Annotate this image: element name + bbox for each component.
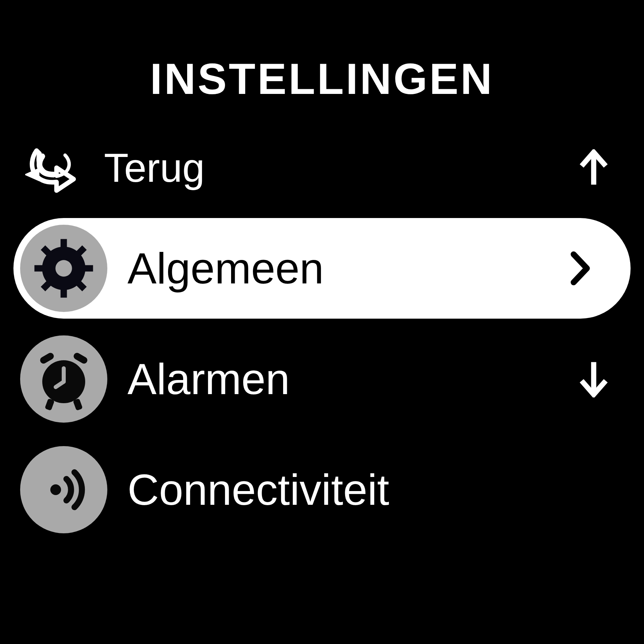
chevron-right-icon: [560, 250, 600, 287]
svg-rect-4: [61, 286, 67, 298]
scroll-up-icon[interactable]: [574, 149, 614, 186]
svg-rect-5: [35, 265, 46, 272]
svg-rect-14: [39, 352, 55, 365]
back-arrow-icon: [20, 134, 87, 201]
menu-item-label: Algemeen: [127, 243, 560, 293]
svg-point-21: [50, 484, 61, 495]
svg-rect-6: [82, 265, 93, 272]
settings-screen: INSTELLINGEN Terug: [0, 0, 644, 644]
svg-rect-15: [72, 352, 89, 365]
gear-icon: [20, 225, 107, 312]
menu-item-label: Terug: [104, 145, 574, 191]
scroll-down-icon[interactable]: [574, 361, 614, 397]
menu-item-connectivity[interactable]: Connectiviteit: [0, 439, 644, 540]
svg-rect-16: [45, 398, 55, 411]
menu-item-alarms[interactable]: Alarmen: [0, 329, 644, 429]
alarm-clock-icon: [20, 335, 107, 423]
svg-rect-3: [61, 239, 67, 251]
connectivity-icon: [20, 446, 107, 533]
menu-item-label: Alarmen: [127, 354, 574, 404]
svg-point-12: [55, 260, 72, 276]
svg-rect-17: [73, 398, 83, 411]
menu-item-general[interactable]: Algemeen: [13, 218, 631, 319]
menu-item-back[interactable]: Terug: [0, 127, 644, 208]
page-title: INSTELLINGEN: [0, 54, 644, 104]
menu-item-label: Connectiviteit: [127, 465, 574, 515]
